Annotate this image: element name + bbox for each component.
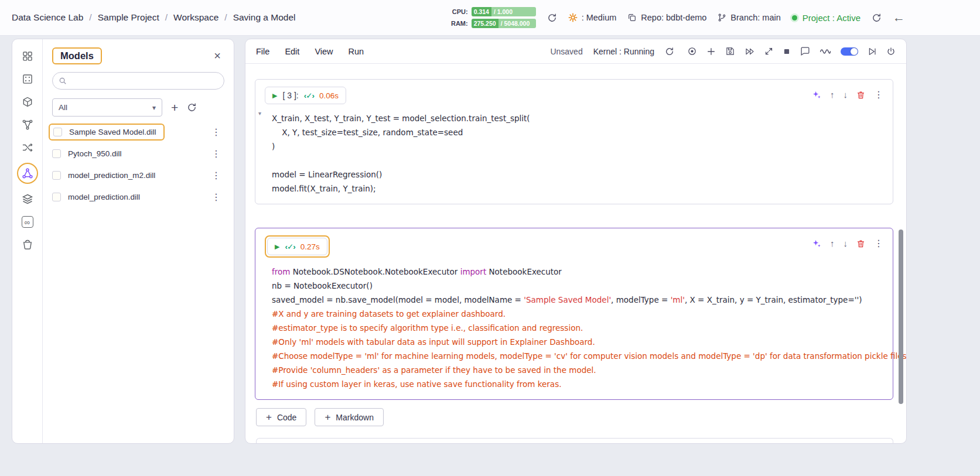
cell-actions: ↑ ↓ ⋮ — [812, 87, 883, 100]
cell-exec-chip[interactable]: ▶ ‹✓› 0.27s — [267, 238, 327, 255]
move-cell-up-icon[interactable]: ↑ — [830, 90, 835, 100]
run-cell-icon[interactable]: ▶ — [275, 243, 279, 251]
breadcrumb-item-notebook[interactable]: Saving a Model — [233, 12, 296, 23]
refresh-models-icon[interactable] — [187, 102, 197, 112]
notebook-cell[interactable]: ▶ ‹✓› 0.27s ↑ ↓ ⋮ — [255, 228, 893, 400]
dataset-icon[interactable] — [20, 71, 35, 87]
model-list-item[interactable]: Pytoch_950.dill ⋮ — [52, 143, 224, 165]
layers-icon[interactable] — [20, 191, 35, 207]
power-icon[interactable] — [886, 47, 896, 56]
notebook-scrollbar[interactable] — [899, 230, 903, 404]
model-checkbox[interactable] — [52, 149, 61, 158]
ram-total-value: / 5048.000 — [498, 19, 536, 28]
model-checkbox[interactable] — [53, 128, 62, 136]
skip-run-icon[interactable] — [868, 47, 877, 56]
ai-sparkle-icon[interactable] — [812, 90, 821, 100]
ram-usage-badge: 275.250 / 5048.000 — [472, 19, 536, 28]
notebook-cell[interactable]: ▶ [ 3 ]: ‹✓› 0.06s ↑ ↓ ⋮ — [255, 79, 893, 204]
add-markdown-button[interactable]: + Markdown — [315, 408, 384, 426]
refresh-usage-icon[interactable] — [547, 13, 557, 23]
instance-size[interactable]: : Medium — [568, 13, 617, 22]
delete-cell-icon[interactable] — [856, 239, 865, 248]
workflow-icon[interactable] — [20, 117, 35, 132]
item-menu-icon[interactable]: ⋮ — [209, 191, 223, 203]
cell-exec-chip[interactable]: ▶ [ 3 ]: ‹✓› 0.06s — [265, 87, 346, 104]
model-filter-select[interactable]: All ▾ — [52, 98, 162, 117]
expand-icon[interactable] — [764, 47, 773, 56]
menu-run[interactable]: Run — [349, 47, 364, 56]
model-list-item[interactable]: Sample Saved Model.dill ⋮ — [52, 121, 224, 143]
breadcrumb-item-project[interactable]: Sample Project — [98, 12, 159, 23]
refresh-kernel-icon[interactable] — [665, 47, 674, 56]
ai-sparkle-icon[interactable] — [812, 239, 821, 248]
add-cell-row: + Code + Markdown — [255, 408, 893, 426]
automl-icon[interactable]: ∞ — [20, 214, 35, 230]
add-cell-icon[interactable] — [706, 47, 716, 56]
breadcrumb-item-lab[interactable]: Data Science Lab — [12, 12, 83, 23]
cpu-used-value: 0.314 — [472, 7, 491, 16]
run-cell-icon[interactable]: ▶ — [272, 92, 277, 100]
add-code-label: Code — [277, 413, 296, 422]
item-menu-icon[interactable]: ⋮ — [209, 170, 223, 181]
model-list-item[interactable]: model_prediction.dill ⋮ — [52, 186, 224, 208]
back-arrow-icon[interactable]: ← — [893, 11, 905, 25]
close-panel-icon[interactable]: × — [214, 49, 221, 63]
breadcrumb-item-workspace[interactable]: Workspace — [173, 12, 218, 23]
execution-time: 0.27s — [301, 242, 320, 251]
add-markdown-label: Markdown — [336, 413, 374, 422]
notebook-panel: File Edit View Run Unsaved Kernel : Runn… — [245, 39, 907, 444]
deploy-icon[interactable] — [20, 94, 35, 109]
kernel-status: Kernel : Running — [593, 47, 654, 56]
stop-icon[interactable] — [783, 47, 791, 56]
executed-check-icon: ‹✓› — [285, 242, 295, 251]
move-cell-down-icon[interactable]: ↓ — [844, 238, 848, 248]
record-target-icon[interactable] — [687, 46, 697, 56]
cell-code[interactable]: from Notebook.DSNotebook.NotebookExecuto… — [265, 265, 883, 391]
cell-code[interactable]: X_train, X_test, Y_train, Y_test = model… — [265, 111, 883, 196]
collapse-code-icon[interactable]: ▾ — [258, 110, 261, 117]
refresh-project-icon[interactable] — [872, 13, 882, 23]
menu-edit[interactable]: Edit — [285, 47, 299, 56]
cell-menu-icon[interactable]: ⋮ — [874, 89, 883, 100]
item-menu-icon[interactable]: ⋮ — [209, 148, 223, 159]
search-input[interactable] — [52, 72, 224, 90]
workspace: ∞ Models × All ▾ — [0, 36, 980, 444]
repo-label: Repo: bdbt-demo — [641, 13, 706, 22]
filter-selected-value: All — [59, 103, 67, 112]
autosave-toggle[interactable] — [841, 47, 858, 56]
run-all-icon[interactable] — [745, 47, 755, 56]
menu-file[interactable]: File — [256, 47, 269, 56]
item-menu-icon[interactable]: ⋮ — [209, 126, 223, 138]
cpu-label: CPU: — [448, 8, 468, 15]
cpu-total-value: / 1.000 — [491, 7, 536, 16]
model-checkbox[interactable] — [52, 193, 61, 201]
save-notebook-icon[interactable] — [725, 46, 735, 56]
copy-icon[interactable] — [627, 13, 637, 22]
project-status-label: Project : Active — [803, 13, 861, 23]
dashboard-icon[interactable] — [20, 49, 35, 64]
move-cell-down-icon[interactable]: ↓ — [844, 90, 848, 100]
search-icon — [59, 77, 67, 87]
menu-view[interactable]: View — [315, 47, 333, 56]
models-icon[interactable] — [17, 163, 38, 184]
exec-chip-highlight: ▶ ‹✓› 0.27s — [265, 235, 330, 258]
add-code-button[interactable]: + Code — [256, 408, 306, 426]
model-list-item[interactable]: model_prediction_m2.dill ⋮ — [52, 165, 224, 186]
notebook-content: ▶ [ 3 ]: ‹✓› 0.06s ↑ ↓ ⋮ — [245, 64, 906, 444]
breadcrumb-separator: / — [165, 12, 168, 23]
add-model-icon[interactable]: + — [171, 101, 178, 114]
plus-icon: + — [325, 412, 330, 423]
repo-info[interactable]: Repo: bdbt-demo — [627, 13, 706, 22]
project-status[interactable]: Project : Active — [792, 13, 861, 23]
model-checkbox[interactable] — [52, 171, 61, 180]
panel-title: Models — [60, 50, 94, 61]
comments-icon[interactable] — [800, 46, 810, 56]
delete-cell-icon[interactable] — [856, 90, 865, 100]
branch-info[interactable]: Branch: main — [718, 13, 780, 22]
storage-bucket-icon[interactable] — [20, 237, 35, 252]
cell-menu-icon[interactable]: ⋮ — [874, 238, 883, 249]
model-label: Sample Saved Model.dill — [69, 128, 156, 136]
wave-icon[interactable] — [819, 47, 831, 56]
move-cell-up-icon[interactable]: ↑ — [830, 238, 835, 248]
pipeline-shuffle-icon[interactable] — [20, 140, 35, 155]
